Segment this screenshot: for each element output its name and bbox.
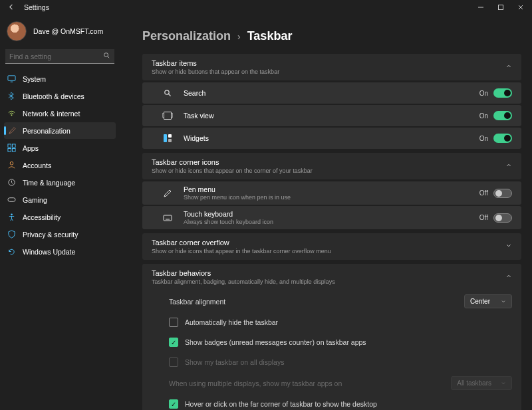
checkbox-label: Show badges (unread messages counter) on… [185,338,366,346]
sidebar-item-bluetooth-devices[interactable]: Bluetooth & devices [4,88,116,104]
page-title: Taskbar [247,29,293,43]
minimize-button[interactable] [471,0,491,15]
search-input[interactable] [9,52,103,60]
accessibility-icon [7,213,16,222]
svg-point-11 [10,161,13,165]
svg-rect-7 [7,144,11,148]
sidebar-item-label: System [23,75,46,83]
sidebar-item-network-internet[interactable]: Network & internet [4,105,116,122]
breadcrumb: Personalization › Taskbar [142,29,521,43]
svg-line-3 [108,56,109,58]
toggle-state: On [479,135,488,142]
breadcrumb-parent[interactable]: Personalization [142,29,231,43]
sidebar-item-label: Apps [23,144,39,152]
chevron-down-icon [501,299,506,304]
section-taskbar-items[interactable]: Taskbar items Show or hide buttons that … [142,54,521,80]
person-icon [7,161,16,170]
toggle-switch[interactable] [493,213,512,223]
sidebar-item-label: Accounts [23,161,51,169]
pen-icon [162,188,173,199]
checkbox[interactable] [169,318,178,327]
sidebar-item-label: Privacy & security [23,231,78,239]
sidebar-item-time-language[interactable]: Time & language [4,174,116,191]
sidebar-item-label: Network & internet [23,110,80,118]
multi-display-label: When using multiple displays, show my ta… [169,379,342,387]
svg-line-16 [169,94,171,96]
checkbox-label: Hover or click on the far corner of task… [185,400,377,408]
shield-icon [7,230,16,239]
search-icon [162,88,173,98]
svg-point-14 [11,213,13,215]
clock-icon [7,178,16,187]
update-icon [7,247,16,256]
section-corner-overflow[interactable]: Taskbar corner overflow Show or hide ico… [142,233,521,260]
chevron-up-icon [505,162,512,170]
row-subtitle: Show pen menu icon when pen is in use [184,194,291,201]
checkbox-label: Show my taskbar on all displays [185,358,284,366]
checkbox [169,358,178,367]
sidebar-item-personalization[interactable]: Personalization [4,122,116,139]
row-label: Task view [184,112,214,120]
sidebar-item-system[interactable]: System [4,70,116,87]
sidebar-item-accounts[interactable]: Accounts [4,157,116,173]
close-button[interactable] [511,0,531,15]
sidebar-item-label: Time & language [23,179,75,187]
toggle-state: On [479,90,488,97]
section-subtitle: Show or hide buttons that appear on the … [152,68,279,75]
sidebar-item-label: Bluetooth & devices [23,92,84,100]
row-label: Widgets [184,134,209,142]
section-title: Taskbar items [152,59,279,67]
back-button[interactable] [7,3,16,12]
sidebar-item-privacy-security[interactable]: Privacy & security [4,226,116,243]
row-subtitle: Always show touch keyboard icon [184,219,273,225]
chevron-up-icon [505,63,512,71]
checkbox-label: Automatically hide the taskbar [185,318,278,326]
wifi-icon [7,109,16,118]
display-icon [7,74,16,84]
toggle-switch[interactable] [493,111,512,120]
section-title: Taskbar behaviors [152,269,335,277]
maximize-button[interactable] [491,0,511,15]
checkbox[interactable]: ✓ [169,338,178,347]
row-label: Touch keyboard [184,210,273,218]
svg-rect-1 [499,5,503,10]
taskview-icon [162,110,173,121]
chevron-right-icon: › [237,31,241,42]
apps-icon [7,144,16,153]
profile-name: Dave @ OnMSFT.com [33,27,103,35]
sidebar-item-apps[interactable]: Apps [4,140,116,156]
svg-point-15 [165,90,169,94]
sidebar-item-label: Windows Update [23,248,75,256]
toggle-state: Off [479,189,488,197]
widgets-icon [162,133,173,144]
alignment-dropdown[interactable]: Center [464,294,512,308]
svg-rect-8 [12,144,15,148]
toggle-switch[interactable] [493,88,512,98]
setting-row-task-view: Task viewOn [142,105,521,126]
setting-row-widgets: WidgetsOn [142,128,521,149]
sidebar-item-label: Gaming [23,196,47,204]
toggle-state: On [479,112,488,120]
chevron-down-icon [505,243,512,251]
toggle-switch[interactable] [493,189,512,198]
section-corner-icons[interactable]: Taskbar corner icons Show or hide icons … [142,153,521,179]
svg-rect-10 [12,148,15,152]
gamepad-icon [7,195,16,205]
sidebar-item-gaming[interactable]: Gaming [4,191,116,208]
row-label: Search [184,89,205,97]
toggle-switch[interactable] [493,134,512,143]
sidebar-item-accessibility[interactable]: Accessibility [4,209,116,225]
section-subtitle: Show or hide icons that appear on the co… [152,167,313,174]
svg-point-6 [11,114,12,116]
multi-display-dropdown: All taskbars [451,376,512,390]
profile[interactable]: Dave @ OnMSFT.com [4,19,116,48]
section-subtitle: Show or hide icons that appear in the ta… [152,248,331,255]
checkbox-hover-corner[interactable]: ✓ [169,399,178,409]
section-behaviors[interactable]: Taskbar behaviors Taskbar alignment, bad… [142,264,521,290]
search-icon [103,52,110,60]
chevron-up-icon [505,273,512,281]
avatar [7,21,27,41]
bluetooth-icon [7,92,16,101]
sidebar-item-windows-update[interactable]: Windows Update [4,243,116,260]
svg-point-2 [104,53,108,57]
